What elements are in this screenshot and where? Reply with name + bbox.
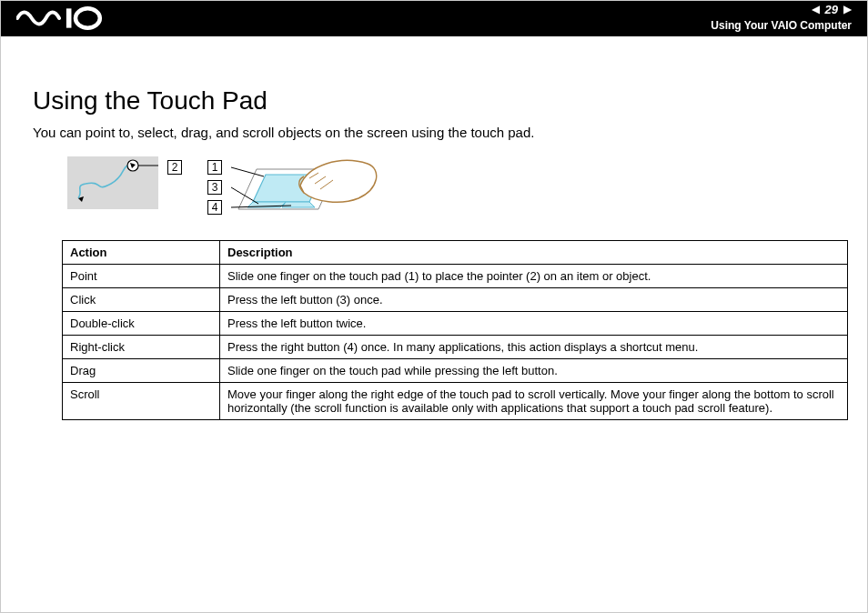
svg-point-1 <box>76 8 100 27</box>
pointer-trail-panel <box>67 156 158 209</box>
callout-3: 3 <box>207 180 222 195</box>
table-row: Double-click Press the left button twice… <box>63 312 848 336</box>
cell-description: Press the left button twice. <box>220 312 848 336</box>
cell-description: Move your finger along the right edge of… <box>220 383 848 420</box>
table-header-row: Action Description <box>63 241 848 265</box>
callout-2: 2 <box>167 160 182 175</box>
table-row: Drag Slide one finger on the touch pad w… <box>63 359 848 383</box>
header-bar: ◀ 29 ▶ Using Your VAIO Computer <box>0 0 868 36</box>
cell-description: Slide one finger on the touch pad (1) to… <box>220 265 848 288</box>
callout-1: 1 <box>207 160 222 175</box>
vaio-logo <box>16 5 118 31</box>
table-row: Point Slide one finger on the touch pad … <box>63 265 848 288</box>
table-row: Right-click Press the right button (4) o… <box>63 336 848 359</box>
callout-column: 1 3 4 <box>207 160 222 215</box>
svg-rect-0 <box>66 8 72 27</box>
cell-action: Point <box>63 265 220 288</box>
table-row: Scroll Move your finger along the right … <box>63 383 848 420</box>
cell-action: Drag <box>63 359 220 383</box>
cell-action: Right-click <box>63 336 220 359</box>
touchpad-illustration <box>231 156 384 229</box>
col-header-action: Action <box>63 241 220 265</box>
col-header-description: Description <box>220 241 848 265</box>
page-content: Using the Touch Pad You can point to, se… <box>0 36 868 420</box>
callout-4: 4 <box>207 200 222 215</box>
cell-action: Double-click <box>63 312 220 336</box>
cell-action: Click <box>63 288 220 312</box>
touchpad-diagram: 2 1 3 4 <box>67 156 835 229</box>
next-page-icon[interactable]: ▶ <box>843 4 852 15</box>
page-number: 29 <box>820 3 843 16</box>
cell-description: Press the right button (4) once. In many… <box>220 336 848 359</box>
actions-table: Action Description Point Slide one finge… <box>62 240 848 420</box>
intro-text: You can point to, select, drag, and scro… <box>33 125 835 140</box>
prev-page-icon[interactable]: ◀ <box>812 4 820 15</box>
cell-description: Press the left button (3) once. <box>220 288 848 312</box>
cell-description: Slide one finger on the touch pad while … <box>220 359 848 383</box>
page-title: Using the Touch Pad <box>33 86 835 116</box>
section-title: Using Your VAIO Computer <box>711 19 852 32</box>
svg-marker-9 <box>282 202 315 207</box>
cell-action: Scroll <box>63 383 220 420</box>
table-row: Click Press the left button (3) once. <box>63 288 848 312</box>
